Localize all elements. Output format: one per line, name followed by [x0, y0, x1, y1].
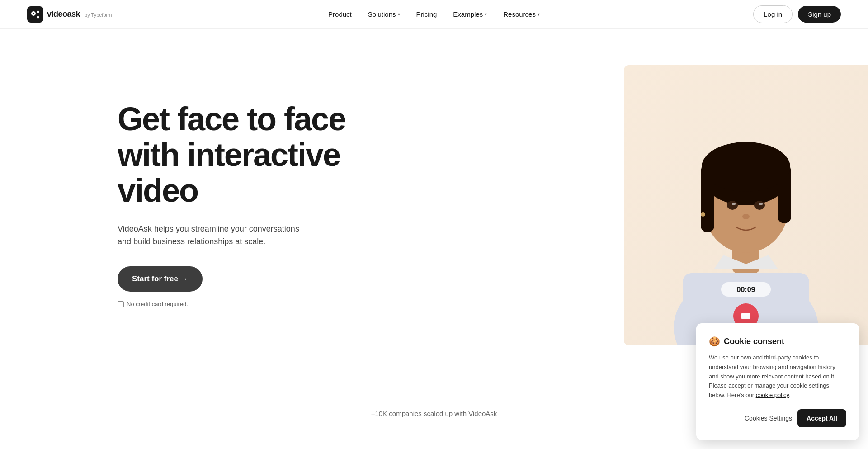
cookie-icon: 🍪 [709, 336, 720, 347]
hero-video: 00:09 [624, 65, 868, 345]
logo-area: videoask by Typeform [27, 6, 112, 23]
hero-title: Get face to face with interactive video [118, 101, 389, 209]
navbar: videoask by Typeform Product Solutions ▾… [0, 0, 868, 29]
signup-button[interactable]: Sign up [798, 6, 841, 23]
svg-text:00:09: 00:09 [737, 286, 755, 293]
svg-point-20 [701, 212, 705, 217]
logo-link[interactable]: videoask by Typeform [27, 6, 112, 23]
cookie-body-text: We use our own and third-party cookies t… [709, 353, 846, 400]
nav-examples[interactable]: Examples ▾ [447, 7, 493, 22]
svg-rect-22 [741, 313, 750, 319]
nav-links: Product Solutions ▾ Pricing Examples ▾ R… [322, 7, 546, 22]
hero-subtitle: VideoAsk helps you streamline your conve… [118, 222, 307, 249]
svg-point-16 [754, 201, 765, 210]
nav-product[interactable]: Product [322, 7, 358, 22]
video-person: 00:09 [624, 65, 868, 345]
cookie-policy-link[interactable]: cookie policy [756, 392, 789, 398]
login-button[interactable]: Log in [753, 5, 793, 23]
hero-content: Get face to face with interactive video … [118, 65, 389, 307]
nav-solutions[interactable]: Solutions ▾ [362, 7, 406, 22]
svg-point-15 [727, 201, 738, 210]
cookie-consent-dialog: 🍪 Cookie consent We use our own and thir… [696, 323, 859, 440]
cookie-actions: Cookies Settings Accept All [709, 409, 846, 427]
checkbox-icon [118, 301, 124, 307]
cookie-settings-button[interactable]: Cookies Settings [745, 413, 792, 424]
svg-point-18 [759, 203, 763, 205]
no-credit-text: No credit card required. [127, 301, 188, 307]
companies-text: +10K companies scaled up with VideoAsk [371, 410, 497, 417]
start-free-button[interactable]: Start for free → [118, 266, 203, 292]
svg-point-4 [37, 16, 39, 18]
nav-resources[interactable]: Resources ▾ [497, 7, 546, 22]
no-credit-notice: No credit card required. [118, 301, 389, 307]
logo-icon [27, 6, 43, 23]
cookie-title: 🍪 Cookie consent [709, 336, 846, 347]
person-illustration: 00:09 [624, 65, 868, 345]
nav-pricing[interactable]: Pricing [410, 7, 443, 22]
svg-point-3 [37, 10, 39, 13]
accept-all-button[interactable]: Accept All [797, 409, 846, 427]
examples-chevron-icon: ▾ [485, 12, 487, 17]
resources-chevron-icon: ▾ [538, 12, 540, 17]
cookie-title-text: Cookie consent [724, 337, 784, 346]
logo-byline: by Typeform [85, 12, 112, 18]
svg-point-14 [702, 142, 790, 192]
logo-wordmark: videoask [47, 9, 80, 19]
solutions-chevron-icon: ▾ [398, 12, 400, 17]
svg-point-17 [732, 203, 736, 205]
svg-point-19 [742, 214, 750, 219]
auth-buttons: Log in Sign up [753, 5, 841, 23]
svg-point-2 [33, 13, 34, 14]
